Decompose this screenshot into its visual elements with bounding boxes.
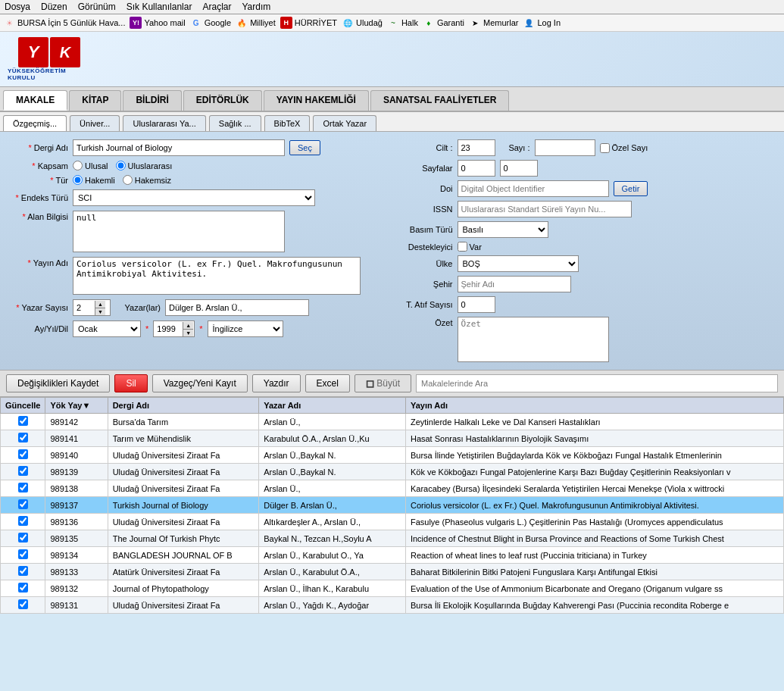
bookmark-halk[interactable]: ~ Halk xyxy=(387,17,418,29)
tab-bildiri[interactable]: BİLDİRİ xyxy=(123,90,181,111)
bookmark-uludag[interactable]: 🌐 Uludağ xyxy=(342,17,383,29)
subtab-ortak-yazar[interactable]: Ortak Yazar xyxy=(313,115,376,131)
tatif-input[interactable] xyxy=(458,296,495,313)
row-checkbox[interactable] xyxy=(18,583,28,593)
tab-editorluk[interactable]: EDİTÖRLÜK xyxy=(183,90,262,111)
row-checkbox-cell[interactable] xyxy=(1,564,45,580)
dil-select[interactable]: İngilizce xyxy=(208,320,283,337)
yazarlar-input[interactable] xyxy=(165,299,309,316)
alan-bilgisi-textarea[interactable]: null xyxy=(73,211,285,252)
row-checkbox[interactable] xyxy=(18,599,28,609)
yazar-sayisi-input[interactable] xyxy=(73,302,95,314)
table-row[interactable]: 989137 Turkish Journal of Biology Dülger… xyxy=(1,497,784,514)
row-checkbox[interactable] xyxy=(18,499,28,509)
menu-duzen[interactable]: Düzen xyxy=(41,2,67,12)
dergi-adi-input[interactable] xyxy=(73,139,285,156)
issn-input[interactable] xyxy=(458,201,632,217)
basim-turu-select[interactable]: Basılı xyxy=(458,221,548,238)
endeks-turu-select[interactable]: SCI xyxy=(73,189,315,206)
yil-down[interactable]: ▼ xyxy=(183,330,193,336)
row-checkbox-cell[interactable] xyxy=(1,547,45,564)
bookmark-yahoo[interactable]: Y! Yahoo mail xyxy=(130,17,185,29)
ozel-sayi-checkbox[interactable] xyxy=(600,143,610,153)
ozel-sayi-label[interactable]: Özel Sayı xyxy=(600,143,648,153)
tab-yayin-hakemligi[interactable]: YAYIN HAKEMLİĞİ xyxy=(264,90,369,111)
row-checkbox[interactable] xyxy=(18,466,28,476)
row-checkbox-cell[interactable] xyxy=(1,464,45,480)
tab-sanatsal[interactable]: SANATSAL FAALİYETLER xyxy=(370,90,510,111)
tur-hakemsiz-label[interactable]: Hakemsiz xyxy=(123,175,171,185)
row-checkbox[interactable] xyxy=(18,416,28,426)
yazdir-button[interactable]: Yazdır xyxy=(252,374,301,392)
doi-input[interactable] xyxy=(458,180,609,197)
sayi-input[interactable] xyxy=(535,139,595,156)
menu-gorunum[interactable]: Görünüm xyxy=(78,2,116,12)
yayin-adi-textarea[interactable]: Coriolus versicolor (L. ex Fr.) Quel. Ma… xyxy=(73,257,361,295)
table-row[interactable]: 989134 BANGLADESH JOURNAL OF B Arslan Ü.… xyxy=(1,547,784,564)
row-checkbox[interactable] xyxy=(18,566,28,576)
row-checkbox[interactable] xyxy=(18,483,28,492)
kapsam-ulusal-label[interactable]: Ulusal xyxy=(73,161,108,170)
ozet-textarea[interactable] xyxy=(458,317,609,362)
yil-up[interactable]: ▲ xyxy=(183,322,193,330)
subtab-ozgecmis[interactable]: Özgeçmiş... xyxy=(3,115,67,131)
row-checkbox-cell[interactable] xyxy=(1,480,45,497)
row-checkbox[interactable] xyxy=(18,549,28,559)
yazar-sayisi-down[interactable]: ▼ xyxy=(95,308,105,315)
yil-input[interactable] xyxy=(154,323,183,335)
ulke-select[interactable]: BOŞ xyxy=(458,255,579,272)
ay-select[interactable]: Ocak xyxy=(73,320,141,337)
col-yok-yay[interactable]: Yök Yay▼ xyxy=(45,398,108,414)
bookmark-garanti[interactable]: ♦ Garanti xyxy=(423,17,464,29)
yazar-sayisi-up[interactable]: ▲ xyxy=(95,301,105,308)
tur-hakemli-label[interactable]: Hakemli xyxy=(73,175,115,185)
kaydet-button[interactable]: Değişiklikleri Kaydet xyxy=(6,374,110,392)
menu-araclar[interactable]: Araçlar xyxy=(202,2,231,12)
row-checkbox[interactable] xyxy=(18,533,28,542)
buyut-button[interactable]: 🔲 Büyüt xyxy=(355,374,411,392)
excel-button[interactable]: Excel xyxy=(305,374,350,392)
cilt-input[interactable] xyxy=(458,139,495,156)
table-row[interactable]: 989136 Uludağ Üniversitesi Ziraat Fa Alt… xyxy=(1,514,784,530)
subtab-bibtex[interactable]: BibTeX xyxy=(264,115,311,131)
bookmark-google[interactable]: G Google xyxy=(190,17,231,29)
sehir-input[interactable] xyxy=(458,276,571,292)
kapsam-ulusal-radio[interactable] xyxy=(73,161,83,170)
menu-yardim[interactable]: Yardım xyxy=(242,2,270,12)
tur-hakemsiz-radio[interactable] xyxy=(123,175,133,185)
tab-makale[interactable]: MAKALE xyxy=(3,90,67,111)
destekleyici-var-checkbox[interactable] xyxy=(458,242,467,252)
kapsam-uluslararasi-radio[interactable] xyxy=(116,161,126,170)
bookmark-bursa[interactable]: ☀ BURSA İçin 5 Günlük Hava... xyxy=(3,17,125,29)
bookmark-hurriyet[interactable]: H HÜRRİYET xyxy=(280,17,337,29)
row-checkbox[interactable] xyxy=(18,516,28,526)
row-checkbox[interactable] xyxy=(18,449,28,459)
table-row[interactable]: 989139 Uludağ Üniversitesi Ziraat Fa Ars… xyxy=(1,464,784,480)
sec-button[interactable]: Seç xyxy=(289,140,320,155)
row-checkbox-cell[interactable] xyxy=(1,497,45,514)
row-checkbox-cell[interactable] xyxy=(1,597,45,614)
table-row[interactable]: 989142 Bursa'da Tarım Arslan Ü., Zeytinl… xyxy=(1,414,784,430)
bookmark-memurlar[interactable]: ➤ Memurlar xyxy=(469,17,518,29)
subtab-saglik[interactable]: Sağlık ... xyxy=(209,115,261,131)
row-checkbox-cell[interactable] xyxy=(1,530,45,547)
menu-sik-kullanilanlar[interactable]: Sık Kullanılanlar xyxy=(127,2,192,12)
kapsam-uluslararasi-label[interactable]: Uluslararası xyxy=(116,161,173,170)
row-checkbox[interactable] xyxy=(18,433,28,442)
row-checkbox-cell[interactable] xyxy=(1,514,45,530)
table-row[interactable]: 989140 Uludağ Üniversitesi Ziraat Fa Ars… xyxy=(1,447,784,464)
subtab-uluslararasi[interactable]: Uluslararası Ya... xyxy=(123,115,205,131)
getir-button[interactable]: Getir xyxy=(614,181,648,196)
table-row[interactable]: 989138 Uludağ Üniversitesi Ziraat Fa Ars… xyxy=(1,480,784,497)
row-checkbox-cell[interactable] xyxy=(1,447,45,464)
table-row[interactable]: 989131 Uludağ Üniversitesi Ziraat Fa Ars… xyxy=(1,597,784,614)
subtab-univer[interactable]: Üniver... xyxy=(70,115,120,131)
table-row[interactable]: 989132 Journal of Phytopathology Arslan … xyxy=(1,580,784,597)
row-checkbox-cell[interactable] xyxy=(1,580,45,597)
table-row[interactable]: 989135 The Journal Of Turkish Phytc Bayk… xyxy=(1,530,784,547)
tur-hakemli-radio[interactable] xyxy=(73,175,83,185)
sayfa1-input[interactable] xyxy=(458,160,495,177)
search-input[interactable] xyxy=(416,374,778,392)
row-checkbox-cell[interactable] xyxy=(1,430,45,447)
sayfa2-input[interactable] xyxy=(500,160,538,177)
